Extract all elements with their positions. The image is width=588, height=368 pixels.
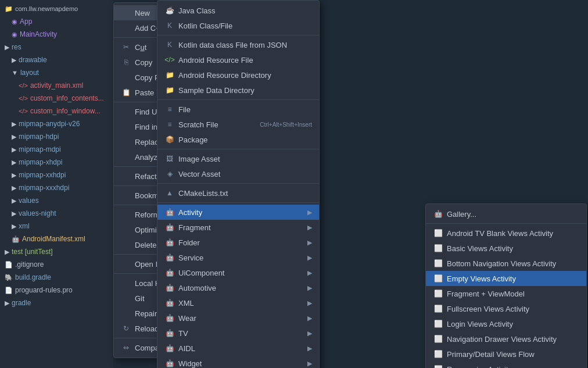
tree-item-mipmap-xhdpi[interactable]: ▶ mipmap-xhdpi: [0, 156, 113, 169]
menu-item-android-res-file[interactable]: </> Android Resource File: [157, 52, 319, 67]
tree-item-values-night[interactable]: ▶ values-night: [0, 207, 113, 220]
widget-arrow: ▶: [307, 360, 312, 367]
fragment-arrow: ▶: [307, 224, 312, 231]
l2-separator-5: [157, 202, 319, 203]
menu-item-activity[interactable]: 🤖 Activity ▶: [157, 205, 319, 220]
menu-item-fragment[interactable]: 🤖 Fragment ▶: [157, 220, 319, 235]
tree-item-gitignore[interactable]: 📄 .gitignore: [0, 258, 113, 271]
activity-icon: 🤖: [164, 208, 175, 216]
menu-item-responsive[interactable]: ⬜ Responsive Activity: [426, 362, 586, 368]
xml-icon-1: </>: [19, 82, 28, 89]
menu-item-file[interactable]: ≡ File: [157, 102, 319, 117]
wear-label: Wear: [178, 314, 307, 323]
login-views-icon: ⬜: [433, 320, 443, 328]
menu-item-sample-dir[interactable]: 📁 Sample Data Directory: [157, 83, 319, 98]
tree-item-values[interactable]: ▶ values: [0, 194, 113, 207]
reload-icon: ↻: [121, 324, 131, 333]
tree-item-buildgradle[interactable]: 🐘 build.gradle: [0, 271, 113, 284]
android-res-file-icon: </>: [164, 56, 175, 64]
tv-blank-icon: ⬜: [433, 229, 443, 237]
menu-item-fragment-viewmodel[interactable]: ⬜ Fragment + ViewModel: [426, 286, 586, 301]
tree-item-drawable[interactable]: ▶ drawable: [0, 53, 113, 66]
tree-item-package[interactable]: 📁 com.llw.newmapdemo: [0, 2, 113, 15]
fragment-label: Fragment: [178, 223, 307, 232]
primary-detail-label: Primary/Detail Views Flow: [447, 350, 579, 359]
package-label-menu: Package: [178, 135, 312, 144]
fullscreen-label: Fullscreen Views Activity: [447, 305, 579, 313]
image-asset-icon: 🖼: [164, 155, 175, 163]
empty-views-icon: ⬜: [433, 274, 443, 283]
file-icon-gitignore: 📄: [5, 261, 13, 269]
tree-item-test[interactable]: ▶ test [unitTest]: [0, 245, 113, 258]
mainactivity-label: MainActivity: [20, 30, 57, 38]
menu-item-service[interactable]: 🤖 Service ▶: [157, 250, 319, 265]
custom-info-contents-label: custom_info_contents...: [30, 94, 104, 102]
tree-item-layout[interactable]: ▼ layout: [0, 66, 113, 79]
scratch-shortcut: Ctrl+Alt+Shift+Insert: [260, 122, 312, 128]
vector-asset-icon: ◈: [164, 170, 175, 178]
sample-dir-label: Sample Data Directory: [178, 86, 312, 95]
menu-item-xml-menu[interactable]: 🤖 XML ▶: [157, 295, 319, 310]
menu-item-vector-asset[interactable]: ◈ Vector Asset: [157, 166, 319, 181]
menu-item-gallery[interactable]: 🤖 Gallery...: [426, 206, 586, 221]
menu-item-kotlin-json[interactable]: K Kotlin data class File from JSON: [157, 37, 319, 52]
menu-item-tv-blank[interactable]: ⬜ Android TV Blank Views Activity: [426, 226, 586, 241]
tree-item-custom-info-contents[interactable]: </> custom_info_contents...: [0, 92, 113, 105]
folder-menu-icon: 🤖: [164, 238, 175, 246]
sample-dir-icon: 📁: [164, 86, 175, 94]
empty-views-label: Empty Views Activity: [447, 274, 579, 283]
tree-item-mainactivity[interactable]: ◉ MainActivity: [0, 28, 113, 41]
menu-item-widget[interactable]: 🤖 Widget ▶: [157, 356, 319, 368]
tree-item-res[interactable]: ▶ res: [0, 41, 113, 53]
tree-item-mipmap-xxhdpi[interactable]: ▶ mipmap-xxhdpi: [0, 169, 113, 181]
menu-item-primary-detail[interactable]: ⬜ Primary/Detail Views Flow: [426, 346, 586, 362]
mipmap-anydpi-label: mipmap-anydpi-v26: [19, 120, 80, 128]
cmake-label: CMakeLists.txt: [178, 189, 312, 198]
tv-label: TV: [178, 329, 307, 338]
fullscreen-icon: ⬜: [433, 305, 443, 313]
activity-main-label: activity_main.xml: [30, 81, 83, 90]
xml-icon-3: </>: [19, 108, 28, 115]
tree-item-custom-info-window[interactable]: </> custom_info_window...: [0, 105, 113, 117]
bottom-nav-label: Bottom Navigation Views Activity: [447, 259, 579, 268]
tree-item-xml[interactable]: ▶ xml: [0, 220, 113, 233]
kotlin-class-label: Kotlin Class/File: [178, 22, 312, 30]
menu-item-basic-views[interactable]: ⬜ Basic Views Activity: [426, 241, 586, 256]
gallery-label: Gallery...: [447, 210, 579, 219]
menu-item-image-asset[interactable]: 🖼 Image Asset: [157, 151, 319, 166]
menu-item-package[interactable]: 📦 Package: [157, 132, 319, 147]
tree-item-mipmap-mdpi[interactable]: ▶ mipmap-mdpi: [0, 143, 113, 156]
res-label: res: [12, 43, 21, 51]
fragment-viewmodel-icon: ⬜: [433, 290, 443, 298]
menu-item-folder[interactable]: 🤖 Folder ▶: [157, 235, 319, 250]
tree-item-mipmap-xxxhdpi[interactable]: ▶ mipmap-xxxhdpi: [0, 181, 113, 194]
tree-item-gradle[interactable]: ▶ gradle: [0, 296, 113, 309]
menu-item-java-class[interactable]: ☕ Java Class: [157, 3, 319, 18]
menu-item-wear[interactable]: 🤖 Wear ▶: [157, 310, 319, 326]
mipmap-xhdpi-label: mipmap-xhdpi: [19, 158, 62, 166]
menu-item-cmake[interactable]: ▲ CMakeLists.txt: [157, 185, 319, 201]
menu-item-android-res-dir[interactable]: 📁 Android Resource Directory: [157, 67, 319, 83]
menu-item-bottom-nav[interactable]: ⬜ Bottom Navigation Views Activity: [426, 256, 586, 271]
tree-item-proguard[interactable]: 📄 proguard-rules.pro: [0, 284, 113, 296]
menu-item-automotive[interactable]: 🤖 Automotive ▶: [157, 280, 319, 295]
menu-item-login-views[interactable]: ⬜ Login Views Activity: [426, 316, 586, 331]
menu-item-nav-drawer[interactable]: ⬜ Navigation Drawer Views Activity: [426, 331, 586, 346]
menu-item-empty-views[interactable]: ⬜ Empty Views Activity: [426, 271, 586, 286]
l2-separator-4: [157, 183, 319, 184]
nav-drawer-icon: ⬜: [433, 335, 443, 343]
tree-item-mipmap-hdpi[interactable]: ▶ mipmap-hdpi: [0, 130, 113, 143]
tree-item-activity-main[interactable]: </> activity_main.xml: [0, 79, 113, 92]
menu-item-kotlin-class[interactable]: K Kotlin Class/File: [157, 18, 319, 33]
menu-item-scratch[interactable]: ≡ Scratch File Ctrl+Alt+Shift+Insert: [157, 117, 319, 132]
menu-item-aidl[interactable]: 🤖 AIDL ▶: [157, 341, 319, 356]
menu-item-tv[interactable]: 🤖 TV ▶: [157, 326, 319, 341]
menu-item-uicomponent[interactable]: 🤖 UiComponent ▶: [157, 265, 319, 280]
tree-item-androidmanifest[interactable]: 🤖 AndroidManifest.xml: [0, 233, 113, 245]
tree-item-mipmap-anydpi[interactable]: ▶ mipmap-anydpi-v26: [0, 117, 113, 130]
menu-item-fullscreen[interactable]: ⬜ Fullscreen Views Activity: [426, 301, 586, 316]
gradle-icon: 🐘: [5, 274, 13, 281]
tree-item-app[interactable]: ◉ App: [0, 15, 113, 28]
paste-icon: 📋: [121, 88, 131, 97]
gallery-icon: 🤖: [433, 210, 443, 218]
